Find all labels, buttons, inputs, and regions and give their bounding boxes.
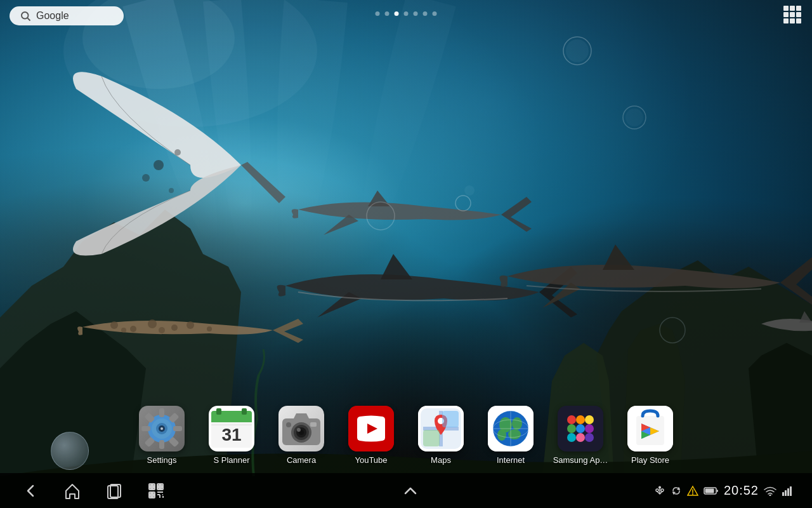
splanner-app[interactable]: 31 S Planner	[200, 406, 263, 465]
svg-point-73	[508, 429, 521, 439]
svg-point-88	[585, 433, 594, 442]
nav-left-group	[19, 479, 167, 502]
internet-icon	[488, 406, 534, 451]
camera-app[interactable]: Camera	[270, 406, 333, 465]
samsung-icon	[558, 406, 603, 451]
svg-rect-30	[783, 18, 789, 23]
svg-rect-29	[796, 12, 801, 17]
app-dock: Settings 31 S Planner	[0, 397, 812, 473]
svg-point-10	[121, 328, 126, 333]
svg-point-85	[585, 424, 594, 433]
battery-icon	[704, 486, 719, 495]
svg-rect-113	[705, 488, 714, 493]
dot-4[interactable]	[404, 11, 409, 16]
svg-point-108	[656, 489, 658, 491]
svg-point-81	[576, 415, 585, 424]
usb-icon	[654, 485, 665, 497]
apps-grid-button[interactable]	[782, 4, 802, 27]
camera-label: Camera	[287, 455, 316, 465]
search-bar[interactable]: Google	[10, 6, 124, 25]
svg-rect-101	[150, 493, 154, 497]
status-bar: 20:52	[654, 483, 793, 498]
back-button[interactable]	[19, 479, 42, 502]
svg-rect-36	[159, 440, 164, 449]
splanner-icon: 31	[209, 406, 254, 451]
youtube-label: YouTube	[355, 455, 387, 465]
svg-point-80	[567, 415, 576, 424]
dot-2[interactable]	[385, 11, 390, 16]
svg-point-83	[567, 424, 576, 433]
svg-rect-67	[423, 430, 440, 446]
svg-point-1	[174, 149, 181, 156]
nav-bar: 20:52	[0, 473, 812, 508]
svg-rect-118	[790, 486, 792, 496]
svg-rect-100	[159, 485, 162, 488]
dot-6[interactable]	[423, 11, 428, 16]
youtube-app[interactable]: YouTube	[339, 406, 403, 465]
camera-icon	[278, 406, 324, 451]
svg-point-15	[625, 109, 643, 126]
internet-app[interactable]: Internet	[479, 406, 542, 465]
svg-rect-60	[310, 422, 317, 427]
svg-point-3	[169, 188, 174, 193]
home-button[interactable]	[61, 479, 84, 502]
svg-rect-25	[790, 6, 795, 11]
svg-point-84	[576, 424, 585, 433]
svg-rect-31	[790, 18, 795, 23]
svg-point-22	[22, 12, 29, 19]
samsung-app[interactable]: Samsung Ap…	[549, 406, 612, 465]
svg-point-17	[464, 185, 475, 196]
splanner-label: S Planner	[213, 455, 249, 465]
svg-point-16	[455, 196, 471, 211]
svg-rect-26	[796, 6, 801, 11]
dot-1[interactable]	[376, 11, 380, 16]
wifi-icon	[764, 486, 776, 496]
settings-app[interactable]: Settings	[130, 406, 193, 465]
search-label: Google	[36, 10, 69, 22]
svg-point-13	[566, 39, 589, 62]
svg-rect-32	[796, 18, 801, 23]
top-bar: Google	[0, 0, 812, 32]
svg-rect-49	[211, 418, 252, 422]
screenshot-button[interactable]	[145, 479, 167, 502]
svg-point-8	[187, 321, 194, 329]
recents-button[interactable]	[103, 479, 126, 502]
svg-point-72	[512, 417, 522, 430]
svg-rect-27	[783, 12, 789, 17]
internet-label: Internet	[497, 455, 525, 465]
svg-point-86	[567, 433, 576, 442]
playstore-app[interactable]: Play Store	[619, 406, 682, 465]
svg-rect-115	[782, 492, 784, 496]
svg-point-82	[585, 415, 594, 424]
time-display: 20:52	[724, 483, 759, 498]
svg-rect-107	[658, 486, 661, 488]
playstore-label: Play Store	[631, 455, 669, 465]
svg-point-0	[154, 160, 164, 170]
scroll-up-button[interactable]	[399, 479, 422, 502]
maps-icon	[418, 406, 464, 451]
svg-point-109	[661, 489, 664, 491]
signal-icon	[782, 486, 793, 496]
svg-point-59	[297, 428, 301, 432]
page-dots	[376, 11, 437, 16]
svg-rect-68	[442, 411, 459, 427]
svg-point-5	[130, 326, 136, 332]
settings-label: Settings	[147, 455, 177, 465]
svg-point-46	[160, 427, 163, 430]
sync-icon	[671, 485, 682, 497]
svg-point-4	[110, 321, 118, 329]
svg-rect-52	[216, 408, 221, 415]
svg-text:31: 31	[221, 425, 241, 444]
dot-3[interactable]	[395, 11, 399, 16]
svg-rect-37	[141, 426, 150, 431]
dot-5[interactable]	[414, 11, 418, 16]
svg-point-9	[207, 326, 212, 331]
samsung-label: Samsung Ap…	[553, 455, 608, 465]
svg-rect-35	[159, 408, 164, 417]
svg-point-2	[142, 174, 150, 182]
maps-app[interactable]: Maps	[409, 406, 473, 465]
svg-rect-24	[783, 6, 789, 11]
search-icon	[20, 10, 31, 22]
svg-point-114	[769, 494, 771, 496]
dot-7[interactable]	[433, 11, 437, 16]
